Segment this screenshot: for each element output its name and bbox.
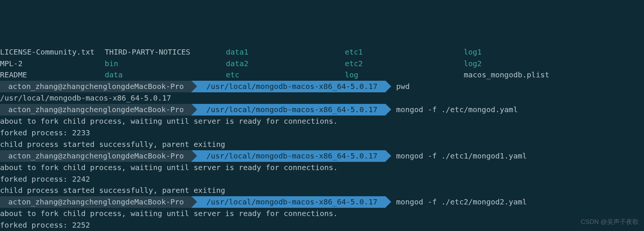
prompt-path: /usr/local/mongodb-macos-x86_64-5.0.17 <box>191 196 386 208</box>
prompt-user-host: acton_zhang@zhangchenglongdeMacBook-Pro <box>0 196 191 208</box>
output-line: about to fork child process, waiting unt… <box>0 116 644 127</box>
output-line: forked process: 2242 <box>0 173 644 185</box>
prompt-user-host: acton_zhang@zhangchenglongdeMacBook-Pro <box>0 150 191 162</box>
prompt-path: /usr/local/mongodb-macos-x86_64-5.0.17 <box>191 150 386 162</box>
output-line: child process started successfully, pare… <box>0 185 644 196</box>
ls-entry-dir: etc1 <box>345 46 464 58</box>
prompt-path: /usr/local/mongodb-macos-x86_64-5.0.17 <box>191 104 386 116</box>
output-line: /usr/local/mongodb-macos-x86_64-5.0.17 <box>0 92 644 104</box>
ls-entry-dir: log2 <box>464 58 576 70</box>
output-line: forked process: 2233 <box>0 127 644 139</box>
ls-entry-dir: bin <box>105 58 226 70</box>
command-text: mongod -f ./etc1/mongod1.yaml <box>386 150 527 162</box>
terminal[interactable]: LICENSE-Community.txtTHIRD-PARTY-NOTICES… <box>0 46 644 231</box>
prompt-line[interactable]: acton_zhang@zhangchenglongdeMacBook-Pro … <box>0 81 644 92</box>
ls-entry-dir: etc2 <box>345 58 464 70</box>
ls-entry-file: README <box>0 69 105 81</box>
ls-row: MPL-2bindata2etc2log2 <box>0 58 644 70</box>
ls-entry-file: THIRD-PARTY-NOTICES <box>105 46 226 58</box>
prompt-user-host: acton_zhang@zhangchenglongdeMacBook-Pro <box>0 104 191 116</box>
ls-entry-dir: log1 <box>464 46 576 58</box>
ls-entry-dir: log <box>345 69 464 81</box>
ls-entry-file: MPL-2 <box>0 58 105 70</box>
command-text: mongod -f ./etc/mongod.yaml <box>386 104 518 116</box>
ls-entry-dir: data <box>105 69 226 81</box>
prompt-line[interactable]: acton_zhang@zhangchenglongdeMacBook-Pro … <box>0 104 644 116</box>
ls-row: READMEdataetclogmacos_mongodb.plist <box>0 69 644 81</box>
command-text: mongod -f ./etc2/mongod2.yaml <box>386 196 527 208</box>
output-line: child process started successfully, pare… <box>0 139 644 150</box>
ls-entry-dir: data2 <box>226 58 345 70</box>
prompt-line[interactable]: acton_zhang@zhangchenglongdeMacBook-Pro … <box>0 196 644 208</box>
output-line: about to fork child process, waiting unt… <box>0 162 644 173</box>
watermark: CSDN @吴声子夜歌 <box>581 216 639 228</box>
ls-entry-dir: etc <box>226 69 345 81</box>
output-line: about to fork child process, waiting unt… <box>0 208 644 219</box>
ls-entry-dir: data1 <box>226 46 345 58</box>
ls-entry-file: macos_mongodb.plist <box>464 69 576 81</box>
output-line: forked process: 2252 <box>0 219 644 231</box>
prompt-line[interactable]: acton_zhang@zhangchenglongdeMacBook-Pro … <box>0 150 644 162</box>
prompt-user-host: acton_zhang@zhangchenglongdeMacBook-Pro <box>0 81 191 92</box>
ls-row: LICENSE-Community.txtTHIRD-PARTY-NOTICES… <box>0 46 644 58</box>
ls-entry-file: LICENSE-Community.txt <box>0 46 105 58</box>
prompt-path: /usr/local/mongodb-macos-x86_64-5.0.17 <box>191 81 386 92</box>
